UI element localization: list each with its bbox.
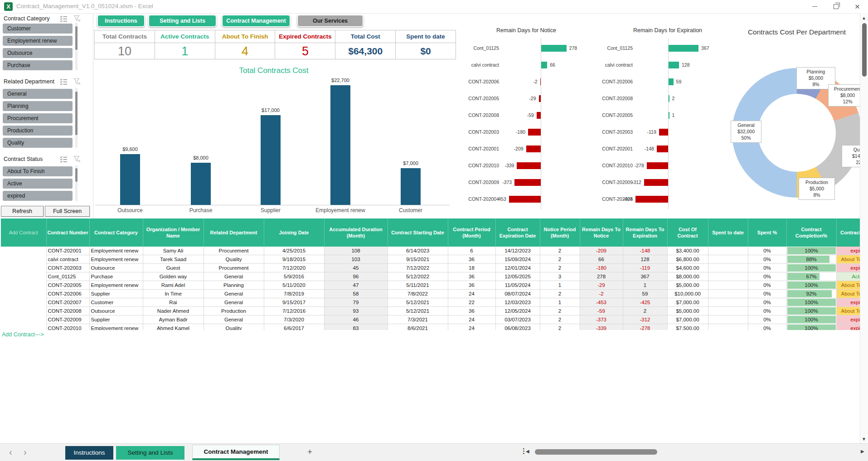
category-label: CONT-202006 — [456, 73, 499, 90]
value-label: 2 — [672, 90, 675, 107]
horizontal-scroll-thumb[interactable] — [535, 449, 657, 455]
prev-sheet-icon[interactable]: ‹ — [9, 447, 12, 456]
hscroll-left-icon[interactable]: ◀ — [526, 449, 529, 454]
cell-contract-expiration-date: 12/03/2023 — [495, 298, 540, 307]
sheet-tab-instructions[interactable]: Instructions — [65, 446, 113, 460]
vertical-scroll-thumb[interactable] — [862, 23, 867, 77]
cell-cost-of-contract: $5,000.00 — [667, 307, 708, 315]
category-label: CONT-202006 — [597, 73, 633, 90]
slicer-item-quality[interactable]: Quality — [3, 138, 73, 148]
table-row: CONT-202003OutsourceGuestProcurement7/12… — [1, 264, 860, 272]
bar-category-label: Customer — [381, 207, 440, 214]
cell-notice-period-month: 2 — [540, 290, 580, 298]
add-contract-button[interactable]: Add Contract — [1, 218, 46, 247]
cell-contract-status: expired — [836, 264, 860, 272]
slicer-item-customer[interactable]: Customer — [3, 24, 73, 34]
table-row: CONT-202007CustomerRaiGeneral9/15/201779… — [1, 298, 860, 307]
cell-contract-starting-date: 7/3/2021 — [388, 315, 448, 324]
cell-remain-days-to-notice: 278 — [580, 272, 623, 281]
sheet-tab-contract-management[interactable]: Contract Management — [192, 445, 280, 460]
hscroll-right-icon[interactable]: ▶ — [861, 449, 864, 454]
multi-select-icon[interactable] — [60, 15, 68, 24]
cell-contract-number: CONT-202006 — [46, 290, 89, 298]
cell-organization-member-name: Ayman Badr — [143, 315, 204, 324]
new-sheet-icon[interactable]: + — [307, 447, 312, 457]
slicer-item-about-to-finish[interactable]: About To Finish — [3, 166, 73, 176]
bar-category-label: Outsource — [101, 207, 160, 214]
minimize-button[interactable] — [804, 0, 825, 13]
cell-contract-category: Purchase — [89, 272, 143, 281]
cell-notice-period-month: 2 — [540, 315, 580, 324]
cell-spent-to-date — [708, 307, 748, 315]
slicer-scroll-thumb[interactable] — [75, 26, 78, 50]
slicer-item-procurement[interactable]: Procurement — [3, 113, 73, 123]
cell-contract-category: Employement renew — [89, 281, 143, 290]
cell-accumulated-duration-month: 103 — [324, 255, 388, 264]
cell-organization-member-name: Samy Ali — [143, 247, 204, 255]
cell-cost-of-contract: $7,500.00 — [667, 324, 708, 330]
nav-button-instructions[interactable]: Instructions — [97, 15, 145, 27]
cell-remain-days-to-expiration: -425 — [623, 298, 667, 307]
value-label: -339 — [487, 157, 514, 174]
category-label: CONT-202003 — [456, 124, 499, 141]
data-bar — [528, 129, 541, 136]
cell-joining-date: 7/8/2019 — [264, 290, 324, 298]
cell-contract-expiration-date: 11/05/2024 — [495, 281, 540, 290]
cell-add-contract — [1, 247, 46, 255]
slicer-scroll-thumb[interactable] — [75, 92, 78, 135]
sheet-tab-setting-and-lists[interactable]: Setting and Lists — [116, 446, 184, 460]
slicer-item-active[interactable]: Active — [3, 179, 73, 189]
full-screen-button[interactable]: Full Screen — [45, 206, 90, 217]
donut-hole — [758, 94, 836, 172]
cell-joining-date: 7/12/2016 — [264, 307, 324, 315]
cell-joining-date: 7/3/2020 — [264, 315, 324, 324]
value-label: -453 — [479, 191, 506, 208]
scroll-up-icon[interactable]: ▲ — [862, 15, 866, 20]
bar-employement-renew — [330, 85, 350, 205]
slicer-item-general[interactable]: General — [3, 89, 73, 99]
multi-select-icon[interactable] — [60, 78, 68, 87]
cell-contract-period-month: 24 — [448, 315, 495, 324]
cell-cost-of-contract: $7,000.00 — [667, 298, 708, 307]
kpi-expired-contracts: Expired Contracts5 — [275, 30, 335, 59]
clear-filter-icon[interactable] — [73, 155, 81, 165]
column-header-contract-completion: Contract Completion% — [786, 218, 836, 247]
nav-button-contract-management[interactable]: Contract Management — [222, 15, 291, 27]
nav-button-setting-and-lists[interactable]: Setting and Lists — [148, 15, 217, 27]
slicer-scroll-thumb[interactable] — [75, 168, 78, 182]
vertical-scrollbar[interactable]: ▲ ▼ — [860, 13, 868, 443]
slicer-item-outsource[interactable]: Outsource — [3, 48, 73, 58]
chart-title: Contracts Cost Per Department — [711, 28, 868, 36]
cell-add-contract — [1, 298, 46, 307]
cell-notice-period-month: 2 — [540, 264, 580, 272]
cell-notice-period-month: 2 — [540, 247, 580, 255]
cell-contract-category: Outsource — [89, 264, 143, 272]
table-row: CONT-202006SupplierIn TimeGeneral7/8/201… — [1, 290, 860, 298]
kpi-label: Active Contracts — [155, 30, 215, 43]
cell-cost-of-contract: $8,000.00 — [667, 272, 708, 281]
slicer-item-planning[interactable]: Planning — [3, 101, 73, 111]
kpi-value: 4 — [215, 43, 275, 59]
table-row: CONT-202009SupplierAyman BadrGeneral7/3/… — [1, 315, 860, 324]
next-sheet-icon[interactable]: › — [24, 447, 27, 456]
slicer-item-purchase[interactable]: Purchase — [3, 60, 73, 70]
refresh-button[interactable]: Refresh — [1, 206, 44, 217]
slicer-item-production[interactable]: Production — [3, 126, 73, 136]
slicer-item-expired[interactable]: expired — [3, 191, 73, 201]
restore-button[interactable] — [825, 0, 847, 13]
cell-contract-status: expired — [836, 247, 860, 255]
sheet-tab-bar: ‹ › InstructionsSetting and ListsContrac… — [0, 443, 868, 461]
completion-value: 100% — [788, 317, 835, 322]
completion-value: 100% — [788, 308, 835, 314]
cell-contract-expiration-date: 06/08/2023 — [495, 324, 540, 330]
nav-button-our-services[interactable]: Our Services — [297, 15, 364, 27]
clear-filter-icon[interactable] — [73, 78, 81, 87]
add-contract-link[interactable]: Add Contract---> — [2, 331, 44, 338]
category-label: CONT-202005 — [456, 90, 499, 107]
multi-select-icon[interactable] — [60, 155, 68, 165]
scroll-down-icon[interactable]: ▼ — [862, 437, 866, 442]
slicer-item-employement-renew[interactable]: Employement renew — [3, 36, 73, 46]
cell-contract-period-month: 22 — [448, 298, 495, 307]
close-button[interactable]: ✕ — [847, 0, 868, 13]
cell-related-department: Procurement — [204, 247, 264, 255]
